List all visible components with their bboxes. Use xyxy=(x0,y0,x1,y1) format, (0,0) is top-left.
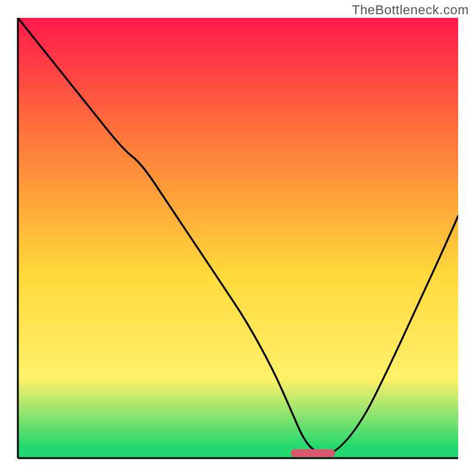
bottleneck-chart xyxy=(0,0,476,476)
watermark-text: TheBottleneck.com xyxy=(352,2,469,18)
optimal-marker xyxy=(291,449,335,457)
chart-frame: TheBottleneck.com xyxy=(0,0,476,476)
plot-background xyxy=(18,18,458,458)
